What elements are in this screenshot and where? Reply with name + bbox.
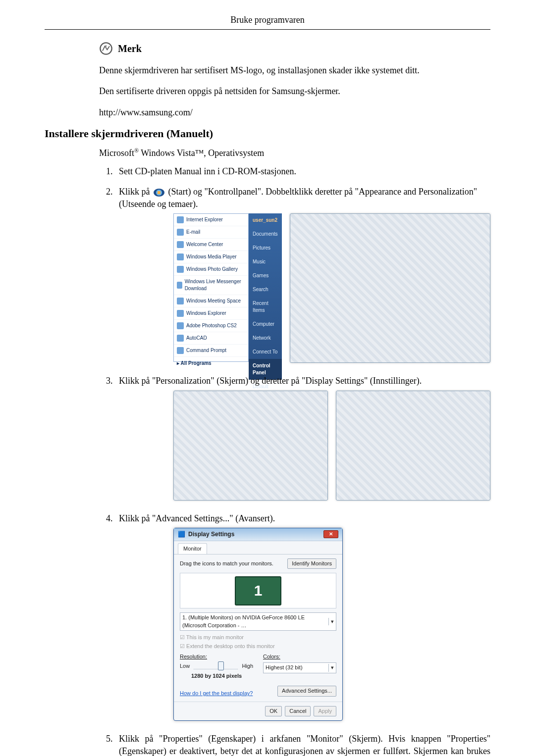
sm-right-item: Search — [249, 283, 282, 297]
sm-right-item: Music — [249, 255, 282, 269]
resolution-value: 1280 by 1024 pixels — [180, 672, 253, 680]
step-1: Sett CD-platen Manual inn i CD-ROM-stasj… — [115, 165, 490, 178]
sm-right-item: Computer — [249, 317, 282, 331]
screenshot-display-settings-dialog: 🟦 Display Settings ✕ Monitor Drag the ic… — [173, 528, 343, 721]
apply-button: Apply — [314, 706, 336, 716]
slider-low-label: Low — [180, 662, 190, 670]
advanced-settings-button[interactable]: Advanced Settings... — [277, 686, 336, 696]
note-paragraph-1: Denne skjermdriveren har sertifisert MS-… — [99, 64, 490, 76]
step-2: Klikk på (Start) og "Kontrollpanel". Dob… — [115, 186, 490, 363]
note-paragraph-url: http://www.samsung.com/ — [99, 106, 490, 118]
sm-item: Windows Media Player — [186, 253, 237, 260]
sm-item: Adobe Photoshop CS2 — [186, 322, 237, 329]
screenshot-appearance-tasks — [173, 391, 328, 501]
sm-right-item: Recent Items — [249, 297, 282, 317]
sm-item: Command Prompt — [186, 347, 226, 354]
monitor-preview[interactable]: 1 — [180, 573, 336, 608]
sm-right-item: Games — [249, 269, 282, 283]
sm-right-item: Network — [249, 331, 282, 345]
section-heading: Installere skjermdriveren (Manuelt) — [45, 127, 490, 140]
sm-item: E-mail — [186, 229, 200, 236]
colors-value: Highest (32 bit) — [266, 664, 303, 671]
chevron-down-icon: ▾ — [328, 618, 334, 625]
header-rule — [45, 29, 490, 30]
identify-monitors-button[interactable]: Identify Monitors — [287, 558, 336, 569]
check-main-monitor: ☑ This is my main monitor — [180, 634, 336, 641]
monitor-1[interactable]: 1 — [235, 576, 281, 605]
slider-high-label: High — [242, 662, 253, 670]
step-list: Sett CD-platen Manual inn i CD-ROM-stasj… — [99, 165, 490, 756]
ok-button[interactable]: OK — [265, 706, 282, 716]
dialog-title-icon: 🟦 — [178, 530, 185, 539]
step-2-post: (Start) og "Kontrollpanel". Dobbeltklikk… — [119, 187, 477, 209]
os-line: Microsoft® Windows Vista™, Operativsyste… — [99, 147, 490, 158]
drag-instruction: Drag the icons to match your monitors. — [180, 560, 273, 567]
check-extend-desktop: ☑ Extend the desktop onto this monitor — [180, 643, 336, 650]
running-header: Bruke programvaren — [45, 15, 490, 25]
os-suffix: Windows Vista™, Operativsystem — [139, 148, 264, 158]
slider-thumb[interactable] — [218, 661, 224, 670]
step-4: Klikk på "Advanced Settings..." (Avanser… — [115, 512, 490, 721]
resolution-label: Resolution: — [180, 653, 253, 660]
registered-symbol: ® — [134, 147, 139, 154]
dialog-tabs: Monitor — [174, 541, 342, 554]
sm-item: Internet Explorer — [186, 216, 223, 223]
dialog-title: Display Settings — [188, 530, 323, 539]
sm-item: Windows Photo Gallery — [186, 266, 238, 273]
os-prefix: Microsoft — [99, 148, 134, 158]
colors-label: Colors: — [263, 653, 336, 660]
sm-item: Windows Live Messenger Download — [185, 278, 245, 292]
sm-item: Welcome Center — [186, 241, 223, 248]
sm-right-item: user_sun2 — [249, 213, 282, 227]
device-select[interactable]: 1. (Multiple Monitors) on NVIDIA GeForce… — [180, 612, 336, 631]
tab-monitor[interactable]: Monitor — [178, 543, 207, 554]
screenshot-start-menu: Internet Explorer E-mail Welcome Center … — [173, 213, 282, 362]
start-orb-icon — [153, 188, 165, 197]
resolution-slider[interactable] — [194, 664, 238, 669]
sm-item: Windows Explorer — [186, 310, 226, 317]
step-3: Klikk på "Personalization" (Skjerm) og d… — [115, 375, 490, 500]
colors-select[interactable]: Highest (32 bit) ▾ — [263, 662, 336, 673]
note-label: Merk — [118, 43, 142, 54]
help-link[interactable]: How do I get the best display? — [180, 690, 253, 697]
screenshot-control-panel — [290, 213, 490, 363]
note-paragraph-2: Den sertifiserte driveren oppgis på nett… — [99, 85, 490, 97]
sm-right-item: Pictures — [249, 241, 282, 255]
note-icon — [99, 42, 113, 55]
close-icon[interactable]: ✕ — [323, 530, 338, 538]
sm-all-programs: ▸ All Programs — [174, 357, 248, 370]
sm-right-item: Documents — [249, 227, 282, 241]
step-2-pre: Klikk på — [119, 187, 152, 197]
sm-item: Windows Meeting Space — [186, 298, 241, 304]
chevron-down-icon: ▾ — [328, 664, 334, 671]
device-select-value: 1. (Multiple Monitors) on NVIDIA GeForce… — [182, 614, 328, 629]
step-5: Klikk på "Properties" (Egenskaper) i ark… — [115, 733, 490, 756]
screenshot-personalization — [336, 391, 490, 501]
cancel-button[interactable]: Cancel — [285, 706, 311, 716]
sm-right-item: Connect To — [249, 345, 282, 359]
sm-item: AutoCAD — [186, 335, 207, 342]
